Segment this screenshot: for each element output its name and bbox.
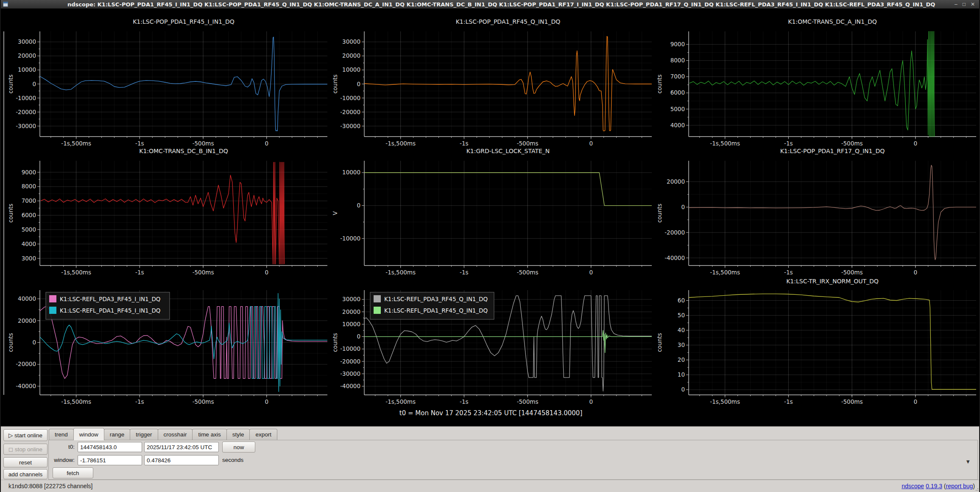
window-stop-input[interactable] [144, 455, 219, 465]
version-link[interactable]: 0.19.3 [926, 483, 942, 489]
maximize-button[interactable]: □ [963, 0, 966, 8]
plot-title: K1:LSC-POP_PDA1_RF17_Q_IN1_DQ [780, 148, 885, 154]
y-tick-label: 7000 [670, 73, 685, 80]
plot-canvas[interactable] [364, 290, 652, 395]
x-tick-label: -500ms [841, 269, 863, 276]
y-tick-label: 20000 [18, 317, 36, 324]
x-tick-label: -500ms [193, 269, 214, 276]
y-tick-label: -30000 [340, 123, 360, 129]
y-axis-label: counts [656, 74, 663, 93]
y-tick-label: -40000 [16, 383, 36, 389]
tab-style[interactable]: style [226, 429, 250, 440]
plot-title: K1:LSC-TR_IRX_NORM_OUT_DQ [786, 278, 879, 285]
y-tick-label: -10000 [340, 345, 360, 352]
y-tick-label: 4000 [22, 240, 36, 247]
y-tick-label: 3000 [22, 255, 36, 262]
tab-time-axis[interactable]: time axis [192, 429, 226, 440]
chevron-down-icon[interactable]: ▼ [965, 458, 971, 465]
y-tick-label: 8000 [670, 57, 685, 64]
x-tick-label: -500ms [517, 140, 539, 147]
x-tick-label: -1s,500ms [710, 140, 740, 147]
y-axis-label: counts [332, 333, 338, 352]
start-online-label: start online [14, 432, 42, 439]
stop-online-button[interactable]: ◻ stop online [3, 444, 47, 455]
ndscope-link[interactable]: ndscope [902, 483, 924, 489]
x-tick-label: 0 [913, 140, 917, 147]
plot-grid[interactable]: -1s,500ms-1s-500ms03000020000100000-1000… [1, 8, 980, 426]
now-button[interactable]: now [222, 442, 255, 453]
plot-canvas[interactable] [689, 161, 976, 266]
y-tick-label: 60 [678, 297, 685, 304]
y-tick-label: 10000 [342, 66, 360, 73]
status-bar: k1nds0:8088 [222725 channels] ndscope 0.… [1, 480, 980, 492]
window-start-input[interactable] [78, 455, 142, 465]
control-panel: ▷ start online ◻ stop online reset add c… [1, 426, 980, 480]
plot-title: K1:OMC-TRANS_DC_B_IN1_DQ [139, 148, 228, 154]
fetch-button[interactable]: fetch [53, 467, 93, 478]
y-tick-label: -20000 [16, 109, 36, 115]
t0-utc-input[interactable] [144, 442, 219, 452]
x-tick-label: 0 [589, 140, 593, 147]
y-tick-label: 30000 [342, 38, 360, 45]
x-tick-label: -1s,500ms [61, 269, 91, 276]
x-tick-label: 0 [265, 398, 268, 405]
t0-field-label: t0: [49, 444, 75, 450]
plot-canvas[interactable] [40, 161, 327, 266]
y-tick-label: 30000 [342, 296, 360, 302]
tab-trigger[interactable]: trigger [130, 429, 158, 440]
x-tick-label: -1s,500ms [385, 140, 416, 147]
tab-range[interactable]: range [104, 429, 131, 440]
y-tick-label: 5000 [670, 106, 685, 112]
plot-title: K1:OMC-TRANS_DC_A_IN1_DQ [788, 18, 877, 25]
x-tick-label: -500ms [841, 398, 863, 405]
y-axis-label: counts [7, 204, 14, 223]
y-tick-label: 20000 [342, 52, 360, 59]
plot-canvas[interactable] [364, 31, 652, 137]
y-tick-label: -20000 [665, 229, 685, 236]
report-bug-link[interactable]: report bug [946, 483, 973, 489]
x-tick-label: 0 [589, 269, 593, 276]
tab-window[interactable]: window [73, 428, 104, 440]
x-tick-label: -500ms [841, 140, 863, 147]
x-tick-label: -500ms [193, 140, 214, 147]
y-tick-label: 0 [32, 339, 36, 346]
x-tick-label: -500ms [517, 398, 539, 405]
y-tick-label: -40000 [665, 254, 685, 261]
x-tick-label: 0 [913, 269, 917, 276]
close-button[interactable]: ✕ [971, 0, 975, 8]
x-tick-label: -1s [135, 140, 144, 147]
x-tick-label: -1s,500ms [385, 269, 416, 276]
plot-title: K1:GRD-LSC_LOCK_STATE_N [466, 148, 550, 154]
x-tick-label: -500ms [193, 398, 214, 405]
y-axis-label: counts [656, 204, 663, 223]
reset-button[interactable]: reset [3, 457, 47, 467]
tab-trend[interactable]: trend [49, 429, 74, 440]
y-tick-label: 20 [678, 356, 685, 363]
y-tick-label: -30000 [340, 370, 360, 377]
t0-label: t0 = Mon Nov 17 2025 23:42:05 UTC [14474… [1, 409, 980, 417]
y-tick-label: 40000 [18, 295, 36, 302]
seconds-label: seconds [222, 457, 252, 463]
tab-crosshair[interactable]: crosshair [158, 429, 193, 440]
y-tick-label: -30000 [16, 123, 36, 129]
x-tick-label: -500ms [517, 269, 539, 276]
stop-online-label: stop online [15, 446, 42, 453]
plot-canvas[interactable] [689, 31, 976, 137]
plot-canvas[interactable] [40, 31, 327, 137]
app-icon [3, 2, 8, 7]
x-tick-label: -1s,500ms [385, 398, 416, 405]
plot-canvas[interactable] [40, 290, 327, 395]
add-channels-button[interactable]: add channels [3, 469, 47, 479]
plot-canvas[interactable] [364, 161, 652, 266]
start-online-button[interactable]: ▷ start online [3, 429, 47, 441]
y-tick-label: 0 [32, 81, 36, 87]
server-status: k1nds0:8088 [222725 channels] [8, 483, 93, 489]
plots-svg[interactable]: -1s,500ms-1s-500ms03000020000100000-1000… [1, 8, 980, 426]
t0-gps-input[interactable] [78, 442, 142, 452]
x-tick-label: -1s [784, 140, 793, 147]
resize-grip[interactable] [975, 486, 980, 492]
plot-canvas[interactable] [689, 290, 976, 395]
tab-export[interactable]: export [249, 429, 277, 440]
version-info: ndscope 0.19.3 (report bug) [902, 483, 975, 489]
minimize-button[interactable]: – [955, 0, 958, 8]
